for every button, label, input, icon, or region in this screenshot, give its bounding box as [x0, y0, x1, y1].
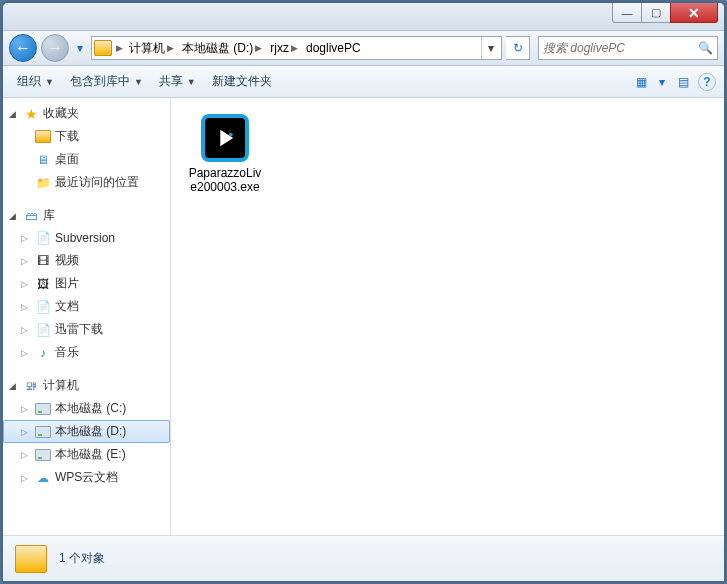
sidebar-item-label: WPS云文档 [55, 469, 118, 486]
chevron-right-icon: ▶ [167, 43, 174, 53]
expand-icon: ▷ [21, 256, 31, 266]
chevron-down-icon: ▼ [134, 77, 143, 87]
computer-label: 计算机 [43, 377, 79, 394]
expand-icon: ▷ [21, 279, 31, 289]
separator-icon: ▶ [116, 43, 123, 53]
sidebar-item-subversion[interactable]: ▷📄Subversion [3, 227, 170, 249]
document-icon: 📄 [35, 230, 51, 246]
share-label: 共享 [159, 73, 183, 90]
folder-icon [15, 545, 47, 573]
chevron-right-icon: ▶ [255, 43, 262, 53]
breadcrumb-label: 计算机 [129, 40, 165, 57]
collapse-icon: ◢ [9, 211, 19, 221]
sidebar-item-label: 迅雷下载 [55, 321, 103, 338]
explorer-window: — ▢ ✕ ← → ▾ ▶ 计算机▶ 本地磁盘 (D:)▶ rjxz▶ dogl… [2, 2, 725, 582]
sidebar-item-desktop[interactable]: 🖥桌面 [3, 148, 170, 171]
star-icon: ★ [23, 106, 39, 122]
picture-icon: 🖼 [35, 276, 51, 292]
computer-icon: 🖳 [23, 378, 39, 394]
drive-icon [35, 403, 51, 415]
drive-icon [35, 449, 51, 461]
collapse-icon: ◢ [9, 109, 19, 119]
expand-icon: ▷ [21, 325, 31, 335]
address-bar[interactable]: ▶ 计算机▶ 本地磁盘 (D:)▶ rjxz▶ doglivePC ▾ [91, 36, 502, 60]
navigation-bar: ← → ▾ ▶ 计算机▶ 本地磁盘 (D:)▶ rjxz▶ doglivePC … [3, 31, 724, 66]
sidebar-item-label: 下载 [55, 128, 79, 145]
sidebar-item-label: 本地磁盘 (C:) [55, 400, 126, 417]
status-bar: 1 个对象 [3, 535, 724, 581]
search-box[interactable]: 🔍 [538, 36, 718, 60]
app-icon [201, 114, 249, 162]
forward-button[interactable]: → [41, 34, 69, 62]
library-icon: 🗃 [23, 208, 39, 224]
document-icon: 📄 [35, 322, 51, 338]
sidebar-item-pictures[interactable]: ▷🖼图片 [3, 272, 170, 295]
maximize-button[interactable]: ▢ [641, 3, 671, 23]
sidebar-item-label: 本地磁盘 (E:) [55, 446, 126, 463]
new-folder-label: 新建文件夹 [212, 73, 272, 90]
organize-menu[interactable]: 组织▼ [11, 69, 60, 94]
sidebar-item-label: 音乐 [55, 344, 79, 361]
sidebar-item-label: 本地磁盘 (D:) [55, 423, 126, 440]
file-list[interactable]: PaparazzoLive200003.exe [171, 98, 724, 535]
back-button[interactable]: ← [9, 34, 37, 62]
sidebar-item-music[interactable]: ▷♪音乐 [3, 341, 170, 364]
share-menu[interactable]: 共享▼ [153, 69, 202, 94]
file-name: PaparazzoLive200003.exe [187, 166, 263, 195]
libraries-label: 库 [43, 207, 55, 224]
sidebar-item-documents[interactable]: ▷📄文档 [3, 295, 170, 318]
chevron-right-icon: ▶ [291, 43, 298, 53]
minimize-button[interactable]: — [612, 3, 642, 23]
view-mode-dropdown[interactable]: ▾ [656, 71, 668, 93]
favorites-header[interactable]: ◢ ★ 收藏夹 [3, 102, 170, 125]
expand-icon: ▷ [21, 427, 31, 437]
breadcrumb-doglivepc[interactable]: doglivePC [304, 37, 363, 59]
new-folder-button[interactable]: 新建文件夹 [206, 69, 278, 94]
help-button[interactable]: ? [698, 73, 716, 91]
breadcrumb-label: doglivePC [306, 41, 361, 55]
folder-icon [94, 40, 112, 56]
include-label: 包含到库中 [70, 73, 130, 90]
sidebar-item-drive-e[interactable]: ▷本地磁盘 (E:) [3, 443, 170, 466]
include-library-menu[interactable]: 包含到库中▼ [64, 69, 149, 94]
sidebar-item-videos[interactable]: ▷🎞视频 [3, 249, 170, 272]
favorites-label: 收藏夹 [43, 105, 79, 122]
sidebar-item-recent[interactable]: 📁最近访问的位置 [3, 171, 170, 194]
search-input[interactable] [543, 41, 694, 55]
collapse-icon: ◢ [9, 381, 19, 391]
expand-icon: ▷ [21, 348, 31, 358]
chevron-down-icon: ▼ [187, 77, 196, 87]
sidebar-item-label: 桌面 [55, 151, 79, 168]
organize-label: 组织 [17, 73, 41, 90]
sidebar-item-label: 最近访问的位置 [55, 174, 139, 191]
music-icon: ♪ [35, 345, 51, 361]
view-mode-button[interactable]: ▦ [630, 71, 652, 93]
cloud-icon: ☁ [35, 470, 51, 486]
breadcrumb-rjxz[interactable]: rjxz▶ [268, 37, 300, 59]
breadcrumb-computer[interactable]: 计算机▶ [127, 37, 176, 59]
sidebar-item-drive-d[interactable]: ▷本地磁盘 (D:) [3, 420, 170, 443]
breadcrumb-drive-d[interactable]: 本地磁盘 (D:)▶ [180, 37, 264, 59]
sidebar-item-xunlei[interactable]: ▷📄迅雷下载 [3, 318, 170, 341]
desktop-icon: 🖥 [35, 152, 51, 168]
history-dropdown[interactable]: ▾ [73, 36, 87, 60]
folder-icon [35, 130, 51, 143]
expand-icon: ▷ [21, 404, 31, 414]
libraries-group: ◢ 🗃 库 ▷📄Subversion ▷🎞视频 ▷🖼图片 ▷📄文档 ▷📄迅雷下载… [3, 204, 170, 364]
video-icon: 🎞 [35, 253, 51, 269]
computer-header[interactable]: ◢ 🖳 计算机 [3, 374, 170, 397]
drive-icon [35, 426, 51, 438]
sidebar-item-label: Subversion [55, 231, 115, 245]
preview-pane-button[interactable]: ▤ [672, 71, 694, 93]
sidebar-item-wps-cloud[interactable]: ▷☁WPS云文档 [3, 466, 170, 489]
sidebar-item-drive-c[interactable]: ▷本地磁盘 (C:) [3, 397, 170, 420]
recent-icon: 📁 [35, 175, 51, 191]
close-button[interactable]: ✕ [670, 3, 718, 23]
breadcrumb-label: 本地磁盘 (D:) [182, 40, 253, 57]
refresh-button[interactable]: ↻ [506, 36, 530, 60]
sidebar-item-label: 视频 [55, 252, 79, 269]
libraries-header[interactable]: ◢ 🗃 库 [3, 204, 170, 227]
file-item[interactable]: PaparazzoLive200003.exe [183, 110, 267, 199]
sidebar-item-downloads[interactable]: 下载 [3, 125, 170, 148]
address-dropdown[interactable]: ▾ [481, 37, 499, 59]
